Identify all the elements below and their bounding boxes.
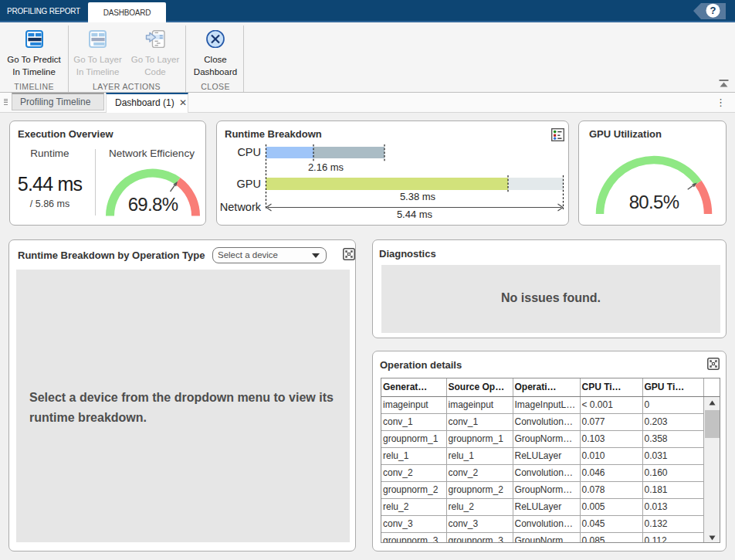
svg-text:GPU: GPU	[237, 178, 261, 190]
svg-text:2.16 ms: 2.16 ms	[308, 161, 344, 173]
svg-text:Network: Network	[220, 201, 262, 213]
svg-text:CPU: CPU	[237, 146, 261, 158]
svg-text:5.44 ms: 5.44 ms	[397, 209, 433, 220]
svg-text:5.38 ms: 5.38 ms	[400, 191, 436, 202]
svg-text:?: ?	[710, 5, 716, 16]
